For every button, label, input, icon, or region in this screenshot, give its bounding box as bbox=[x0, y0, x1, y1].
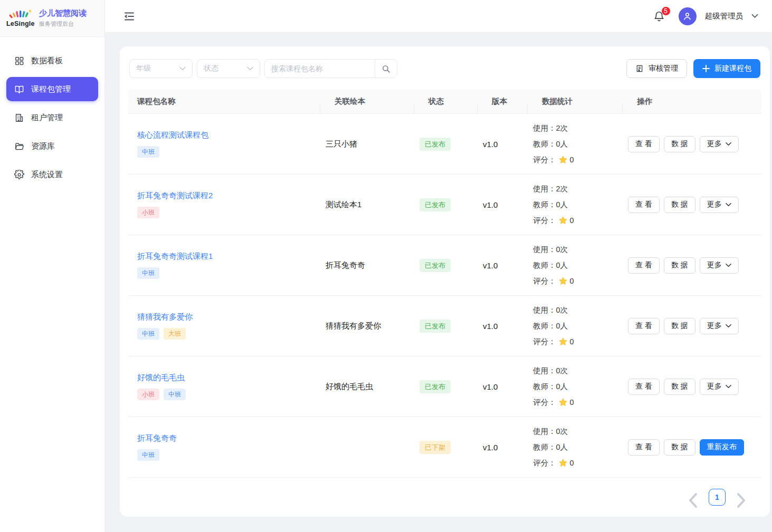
status-badge: 已发布 bbox=[420, 198, 451, 211]
related-book: 三只小猪 bbox=[326, 139, 420, 149]
menu-fold-icon[interactable] bbox=[123, 10, 136, 23]
data-button[interactable]: 数 据 bbox=[664, 379, 695, 395]
republish-button[interactable]: 重新发布 bbox=[700, 439, 744, 456]
course-package-link[interactable]: 折耳兔奇奇测试课程1 bbox=[137, 252, 213, 262]
more-label: 更多 bbox=[707, 260, 722, 270]
rating-label: 评分： bbox=[533, 394, 556, 410]
sidebar-item-resources[interactable]: 资源库 bbox=[6, 134, 98, 158]
version: v1.0 bbox=[483, 443, 533, 452]
course-package-card: 年级 状态 审核管理 bbox=[120, 46, 770, 517]
data-button[interactable]: 数 据 bbox=[664, 257, 695, 274]
notifications-bell[interactable]: 5 bbox=[653, 11, 665, 22]
grade-tags: 中班 bbox=[137, 146, 326, 158]
prev-page-button[interactable] bbox=[688, 492, 698, 502]
data-button[interactable]: 数 据 bbox=[664, 197, 695, 213]
course-package-link[interactable]: 好饿的毛毛虫 bbox=[137, 373, 185, 383]
version: v1.0 bbox=[483, 140, 533, 149]
star-icon bbox=[558, 458, 568, 468]
brand-name: LeSingle bbox=[6, 20, 34, 27]
avatar[interactable] bbox=[679, 7, 697, 25]
status-select[interactable]: 状态 bbox=[197, 59, 260, 78]
course-package-table: 课程包名称 关联绘本 状态 版本 数据统计 操作 核心流程测试课程包 中班 三只… bbox=[128, 90, 761, 478]
sidebar-item-label: 系统设置 bbox=[31, 170, 63, 180]
brand-logo: LeSingle bbox=[6, 9, 34, 27]
audit-icon bbox=[635, 64, 644, 73]
user-name[interactable]: 超级管理员 bbox=[705, 11, 744, 21]
more-button[interactable]: 更多 bbox=[700, 318, 739, 334]
more-button[interactable]: 更多 bbox=[700, 136, 739, 152]
more-button[interactable]: 更多 bbox=[700, 379, 739, 395]
chevron-down-icon bbox=[726, 324, 731, 328]
stats-cell: 使用：0次 教师：0人 评分： 0 bbox=[533, 363, 628, 410]
star-icon bbox=[558, 216, 568, 225]
status-cell: 已发布 bbox=[420, 198, 483, 211]
name-cell: 折耳兔奇奇测试课程1 中班 bbox=[128, 252, 326, 279]
create-course-package-button[interactable]: 新建课程包 bbox=[693, 59, 760, 78]
star-icon bbox=[558, 337, 568, 346]
stat-teachers: 教师：0人 bbox=[533, 439, 628, 455]
view-button[interactable]: 查 看 bbox=[628, 197, 660, 213]
stats-cell: 使用：0次 教师：0人 评分： 0 bbox=[533, 423, 628, 471]
view-button[interactable]: 查 看 bbox=[628, 439, 660, 456]
col-status: 状态 bbox=[420, 96, 483, 107]
chevron-down-icon bbox=[179, 66, 186, 71]
course-package-link[interactable]: 核心流程测试课程包 bbox=[137, 130, 208, 140]
grade-select[interactable]: 年级 bbox=[129, 59, 193, 78]
logo-area: LeSingle 少儿智慧阅读 服务管理后台 bbox=[0, 0, 104, 37]
sidebar-item-settings[interactable]: 系统设置 bbox=[6, 162, 98, 187]
row-actions: 查 看数 据更多 bbox=[628, 197, 761, 213]
data-label: 数 据 bbox=[671, 321, 688, 331]
version: v1.0 bbox=[483, 322, 533, 331]
course-package-link[interactable]: 折耳兔奇奇测试课程2 bbox=[137, 191, 213, 201]
chevron-down-icon bbox=[726, 384, 731, 389]
star-icon bbox=[558, 155, 568, 165]
gear-icon bbox=[14, 170, 24, 180]
status-cell: 已发布 bbox=[420, 138, 483, 151]
related-book: 折耳兔奇奇 bbox=[326, 260, 420, 270]
data-button[interactable]: 数 据 bbox=[664, 439, 695, 456]
col-related-book: 关联绘本 bbox=[326, 96, 420, 107]
version: v1.0 bbox=[483, 200, 533, 209]
more-button[interactable]: 更多 bbox=[700, 257, 739, 274]
more-button[interactable]: 更多 bbox=[700, 197, 739, 213]
stat-rating: 评分： 0 bbox=[533, 334, 628, 350]
search-button[interactable] bbox=[375, 60, 397, 78]
view-button[interactable]: 查 看 bbox=[628, 379, 660, 395]
stat-usage: 使用：0次 bbox=[533, 241, 628, 257]
sidebar-item-label: 课程包管理 bbox=[31, 84, 71, 94]
sidebar-item-label: 数据看板 bbox=[31, 56, 63, 66]
logo-arc-icon bbox=[6, 9, 34, 21]
search-input[interactable] bbox=[265, 60, 375, 78]
page-number[interactable]: 1 bbox=[709, 489, 726, 506]
sidebar: LeSingle 少儿智慧阅读 服务管理后台 数据看板 课程包管理 bbox=[0, 0, 105, 532]
next-page-button[interactable] bbox=[736, 492, 747, 502]
sidebar-item-course-packages[interactable]: 课程包管理 bbox=[6, 77, 98, 101]
name-cell: 核心流程测试课程包 中班 bbox=[128, 130, 326, 158]
more-label: 更多 bbox=[707, 200, 722, 209]
dashboard-icon bbox=[14, 56, 24, 66]
status-cell: 已发布 bbox=[420, 259, 483, 272]
chevron-down-icon[interactable] bbox=[751, 14, 758, 18]
data-button[interactable]: 数 据 bbox=[664, 136, 695, 152]
rating-label: 评分： bbox=[533, 334, 556, 350]
sidebar-item-dashboard[interactable]: 数据看板 bbox=[6, 49, 98, 73]
rating-label: 评分： bbox=[533, 273, 556, 289]
sidebar-item-tenants[interactable]: 租户管理 bbox=[6, 105, 98, 130]
chevron-right-icon bbox=[736, 492, 747, 509]
table-body: 核心流程测试课程包 中班 三只小猪 已发布 v1.0 使用：2次 教师：0人 评… bbox=[128, 114, 761, 478]
status-badge: 已下架 bbox=[420, 441, 451, 454]
review-management-button[interactable]: 审核管理 bbox=[626, 59, 687, 78]
data-label: 数 据 bbox=[671, 200, 688, 209]
status-cell: 已发布 bbox=[420, 320, 483, 333]
view-button[interactable]: 查 看 bbox=[628, 318, 660, 334]
view-button[interactable]: 查 看 bbox=[628, 257, 660, 274]
data-label: 数 据 bbox=[671, 442, 688, 452]
view-button[interactable]: 查 看 bbox=[628, 136, 660, 152]
chevron-down-icon bbox=[726, 263, 731, 267]
data-button[interactable]: 数 据 bbox=[664, 318, 695, 334]
view-label: 查 看 bbox=[635, 200, 652, 209]
course-package-link[interactable]: 猜猜我有多爱你 bbox=[137, 312, 193, 322]
rating-value: 0 bbox=[570, 273, 574, 289]
course-package-link[interactable]: 折耳兔奇奇 bbox=[137, 433, 177, 443]
stats-cell: 使用：0次 教师：0人 评分： 0 bbox=[533, 302, 628, 350]
